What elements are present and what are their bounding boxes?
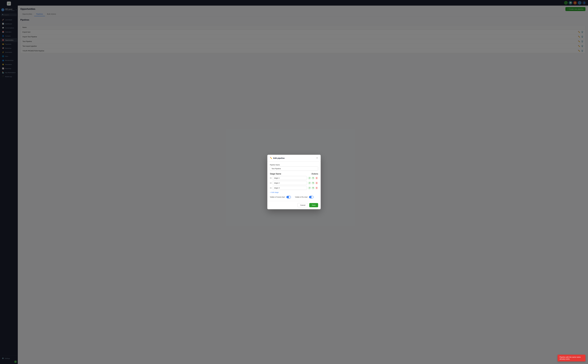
stage-row-2: ↺ ⚗ 🗑	[270, 181, 318, 185]
stage-delete-btn-3[interactable]: 🗑	[315, 186, 318, 189]
stage-rotate-btn-2[interactable]: ↺	[308, 182, 311, 185]
modal-body: Pipeline Name Stage Name Actions ↺ ⚗ 🗑 ↺…	[267, 162, 321, 201]
stage-input-3[interactable]	[273, 186, 307, 190]
modal-overlay[interactable]: ✏️ Edit pipeline ✕ Pipeline Name Stage N…	[0, 0, 588, 364]
pipeline-name-input[interactable]	[270, 167, 318, 171]
modal-footer: Cancel Save	[267, 201, 321, 209]
stage-actions-1: ↺ ⚗ 🗑	[308, 176, 318, 180]
stage-input-1[interactable]	[273, 176, 307, 180]
drag-handle-icon[interactable]	[270, 187, 272, 188]
add-stage-button[interactable]: + Add stage	[270, 191, 279, 194]
visible-pie-toggle[interactable]	[309, 196, 314, 198]
drag-handle-icon[interactable]	[270, 182, 272, 184]
actions-label: Actions	[312, 173, 318, 175]
edit-icon: ✏️	[270, 157, 272, 159]
save-button[interactable]: Save	[309, 203, 318, 207]
stages-container: ↺ ⚗ 🗑 ↺ ⚗ 🗑 ↺ ⚗ 🗑	[270, 176, 318, 190]
stage-filter-btn-2[interactable]: ⚗	[312, 182, 314, 185]
stage-row-3: ↺ ⚗ 🗑	[270, 186, 318, 190]
modal-header: ✏️ Edit pipeline ✕	[267, 155, 321, 162]
stages-header: Stage Name Actions	[270, 173, 318, 175]
visible-funnel-label: Visible in Funnel chart	[270, 196, 285, 198]
stage-actions-3: ↺ ⚗ 🗑	[308, 186, 318, 189]
visible-funnel-toggle[interactable]	[286, 196, 291, 198]
stage-actions-2: ↺ ⚗ 🗑	[308, 182, 318, 185]
stage-row-1: ↺ ⚗ 🗑	[270, 176, 318, 180]
stage-rotate-btn-1[interactable]: ↺	[308, 176, 311, 180]
modal-close-button[interactable]: ✕	[316, 157, 318, 159]
stage-name-label: Stage Name	[270, 173, 281, 175]
toast-notification: Pipeline with the same name already exis…	[558, 355, 585, 361]
stage-delete-btn-1[interactable]: 🗑	[315, 176, 318, 180]
cancel-button[interactable]: Cancel	[298, 203, 308, 207]
stage-filter-btn-3[interactable]: ⚗	[312, 186, 314, 189]
visible-pie-label: Visible in Pie chart	[295, 196, 307, 198]
stage-input-2[interactable]	[273, 181, 307, 185]
toast-message: Pipeline with the same name already exis…	[560, 356, 581, 360]
stage-rotate-btn-3[interactable]: ↺	[308, 186, 311, 189]
pipeline-name-label: Pipeline Name	[270, 164, 318, 166]
stage-delete-btn-2[interactable]: 🗑	[315, 182, 318, 185]
drag-handle-icon[interactable]	[270, 177, 272, 179]
toggle-row-funnel: Visible in Funnel chart Visible in Pie c…	[270, 196, 318, 198]
modal-title: ✏️ Edit pipeline	[270, 157, 285, 159]
stage-filter-btn-1[interactable]: ⚗	[312, 176, 314, 180]
edit-pipeline-modal: ✏️ Edit pipeline ✕ Pipeline Name Stage N…	[267, 155, 321, 209]
